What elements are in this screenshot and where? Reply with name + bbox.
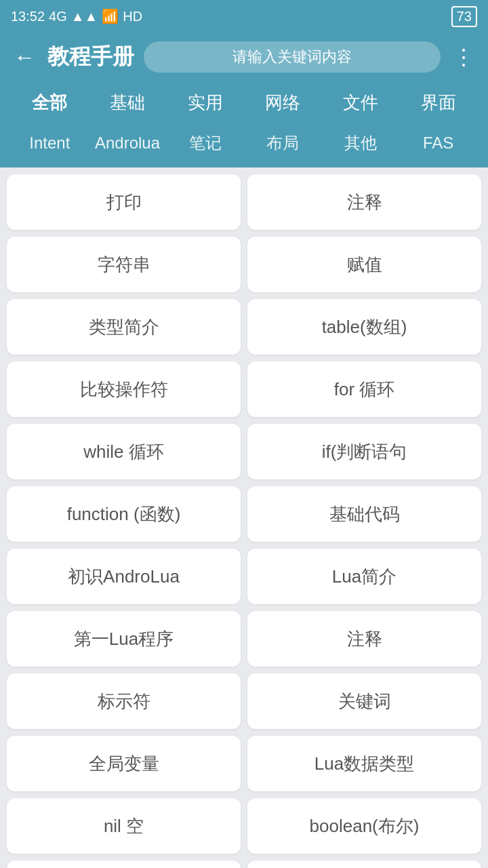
category-tabs-row2: IntentAndrolua笔记布局其他FAS	[0, 124, 488, 167]
grid-item-2[interactable]: 字符串	[7, 237, 241, 292]
search-placeholder: 请输入关键词内容	[232, 48, 352, 65]
signal-bars: 📶	[102, 8, 119, 24]
grid-item-6[interactable]: 比较操作符	[7, 361, 241, 417]
grid-item-9[interactable]: if(判断语句	[247, 424, 481, 479]
grid-item-4[interactable]: 类型简介	[7, 299, 241, 355]
search-bar[interactable]: 请输入关键词内容	[144, 41, 441, 73]
grid-item-22[interactable]: number(数字)	[7, 861, 241, 868]
tab2-Intent[interactable]: Intent	[11, 130, 89, 157]
grid-item-23[interactable]: string(字符串)	[247, 861, 481, 868]
grid-item-12[interactable]: 初识AndroLua	[7, 549, 241, 604]
grid-item-11[interactable]: 基础代码	[247, 486, 481, 542]
header: ← 教程手册 请输入关键词内容 ⋮	[0, 33, 488, 81]
tab1-文件[interactable]: 文件	[322, 87, 400, 119]
tab1-界面[interactable]: 界面	[399, 87, 477, 119]
grid-item-8[interactable]: while 循环	[7, 424, 241, 479]
signal-icon: 4G	[49, 9, 67, 24]
grid-item-16[interactable]: 标示符	[7, 673, 241, 729]
tab2-Androlua[interactable]: Androlua	[89, 130, 167, 157]
hd-label: HD	[123, 9, 142, 24]
grid-item-17[interactable]: 关键词	[247, 673, 481, 729]
grid-item-20[interactable]: nil 空	[7, 798, 241, 854]
wifi-icon: ▲▲	[71, 9, 98, 24]
tab1-基础[interactable]: 基础	[89, 87, 167, 119]
tab2-FAS[interactable]: FAS	[399, 130, 477, 157]
battery: 73	[451, 6, 477, 27]
tab1-全部[interactable]: 全部	[11, 87, 89, 119]
grid-item-21[interactable]: boolean(布尔)	[247, 798, 481, 854]
tab1-网络[interactable]: 网络	[244, 87, 322, 119]
tab2-其他[interactable]: 其他	[322, 128, 400, 158]
tab2-布局[interactable]: 布局	[244, 128, 322, 158]
grid-item-13[interactable]: Lua简介	[247, 549, 481, 604]
grid-item-0[interactable]: 打印	[7, 174, 241, 230]
grid-item-10[interactable]: function (函数)	[7, 486, 241, 542]
time: 13:52	[11, 9, 45, 24]
tab1-实用[interactable]: 实用	[166, 87, 244, 119]
tab2-笔记[interactable]: 笔记	[166, 128, 244, 158]
grid-item-18[interactable]: 全局变量	[7, 736, 241, 791]
content-grid: 打印注释字符串赋值类型简介table(数组)比较操作符for 循环while 循…	[0, 167, 488, 868]
page-title: 教程手册	[47, 42, 134, 72]
grid-item-15[interactable]: 注释	[247, 611, 481, 667]
more-button[interactable]: ⋮	[450, 41, 477, 73]
grid-item-7[interactable]: for 循环	[247, 361, 481, 417]
category-tabs-row1: 全部基础实用网络文件界面	[0, 81, 488, 124]
status-bar: 13:52 4G ▲▲ 📶 HD 73	[0, 0, 488, 33]
grid-item-14[interactable]: 第一Lua程序	[7, 611, 241, 667]
back-button[interactable]: ←	[11, 42, 38, 73]
grid-item-5[interactable]: table(数组)	[247, 299, 481, 355]
grid-item-19[interactable]: Lua数据类型	[247, 736, 481, 791]
status-left: 13:52 4G ▲▲ 📶 HD	[11, 8, 142, 24]
grid-item-1[interactable]: 注释	[247, 174, 481, 230]
grid-item-3[interactable]: 赋值	[247, 237, 481, 292]
